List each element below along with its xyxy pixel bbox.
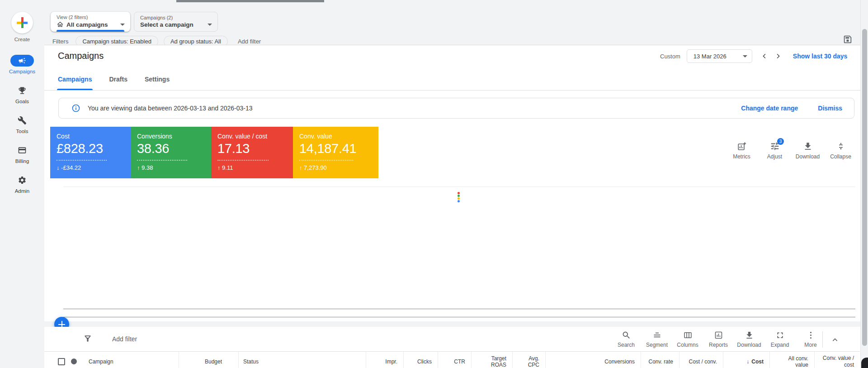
sidebar-item-admin[interactable]: Admin [10, 174, 34, 194]
horizontal-scrollbar-thumb[interactable] [176, 0, 324, 2]
bottom-right-corner-widget [861, 358, 868, 368]
sidebar-item-label: Billing [15, 158, 29, 164]
reports-button[interactable]: Reports [703, 330, 734, 348]
create-button[interactable]: Create [11, 12, 33, 42]
collapse-label: Collapse [830, 153, 851, 160]
scorecard-value: 14,187.41 [299, 141, 372, 156]
column-header-cost-conv[interactable]: Cost / conv. [679, 352, 723, 368]
campaign-selector[interactable]: Campaigns (2) Select a campaign [134, 12, 218, 32]
date-prev-button[interactable] [758, 49, 771, 63]
date-picker[interactable]: 13 Mar 2026 [687, 49, 752, 63]
campaign-selector-value: Select a campaign [140, 21, 193, 28]
column-header-ctr[interactable]: CTR [438, 352, 472, 368]
vertical-scrollbar-thumb[interactable] [862, 29, 867, 346]
more-label: More [804, 342, 816, 348]
column-header-status[interactable]: Status [239, 352, 366, 368]
chevron-down-icon [120, 24, 125, 26]
adjust-label: Adjust [767, 153, 782, 160]
chart-download-label: Download [796, 153, 820, 160]
scorecard-conversions[interactable]: Conversions 38.36 ↑ 9.38 [131, 127, 211, 178]
table-panel: Add filter Search Segment Columns [44, 327, 860, 368]
search-button[interactable]: Search [611, 330, 642, 348]
chart-download-button[interactable]: Download [791, 141, 824, 160]
scorecard-value: 38.36 [137, 141, 205, 156]
collapse-button[interactable]: Collapse [824, 141, 857, 160]
sidebar-item-billing[interactable]: Billing [10, 144, 34, 164]
date-controls: Custom 13 Mar 2026 Show last 30 days [660, 49, 847, 63]
columns-button[interactable]: Columns [672, 330, 703, 348]
expand-button[interactable]: Expand [764, 330, 795, 348]
column-header-conv-rate[interactable]: Conv. rate [641, 352, 679, 368]
save-icon[interactable] [841, 33, 854, 46]
segment-button[interactable]: Segment [642, 330, 672, 348]
table-header-row: Campaign Budget Status Impr. Clicks CTR … [44, 351, 860, 368]
download-icon [803, 141, 813, 151]
chart-point-blue [458, 200, 460, 202]
content-sheet: Campaigns Custom 13 Mar 2026 Show last 3… [44, 45, 860, 321]
table-add-filter[interactable]: Add filter [112, 335, 137, 343]
sidebar: Create Campaigns Goals Tools Billing [0, 0, 44, 368]
dismiss-link[interactable]: Dismiss [818, 105, 842, 112]
scorecard-label: Cost [57, 133, 124, 140]
scorecard-delta: ↑ 7,273.90 [299, 164, 372, 171]
sidebar-item-tools[interactable]: Tools [10, 115, 34, 134]
column-header-cost-sorted[interactable]: ↓ Cost [723, 352, 770, 368]
adjust-button[interactable]: 3 Adjust [758, 141, 791, 160]
chart-point-green [458, 195, 460, 197]
tab-campaigns[interactable]: Campaigns [58, 68, 92, 90]
select-all-checkbox[interactable] [58, 358, 65, 365]
date-next-button[interactable] [771, 49, 785, 63]
sidebar-item-goals[interactable]: Goals [10, 85, 34, 104]
megaphone-icon [18, 57, 26, 65]
sidebar-item-label: Admin [15, 188, 30, 194]
chevron-down-icon [743, 55, 747, 57]
column-header-target-roas[interactable]: Target ROAS [472, 352, 513, 368]
view-selector[interactable]: View (2 filters) All campaigns [51, 12, 130, 32]
credit-card-icon [18, 146, 27, 155]
sidebar-item-label: Campaigns [9, 69, 35, 74]
tab-drafts[interactable]: Drafts [109, 68, 127, 90]
table-download-button[interactable]: Download [734, 330, 764, 348]
scorecard-delta: ↓ -£34.22 [57, 164, 124, 171]
column-header-impr[interactable]: Impr. [366, 352, 404, 368]
column-header-campaign[interactable]: Campaign [44, 352, 179, 368]
scorecard-conv-value-cost[interactable]: Conv. value / cost 17.13 ↑ 9.11 [211, 127, 293, 178]
plus-arm-bottom [21, 23, 24, 28]
chart-axis-line [63, 317, 855, 317]
dotted-separator [217, 160, 269, 161]
tab-bar: Campaigns Drafts Settings [44, 68, 860, 91]
chart-actions: Metrics 3 Adjust Download Collapse [725, 141, 857, 160]
collapse-toolbar-chevron[interactable] [828, 333, 842, 347]
column-header-conv-value-cost[interactable]: Conv. value / cost [815, 352, 860, 368]
metrics-button[interactable]: Metrics [725, 141, 758, 160]
scorecard-conv-value[interactable]: Conv. value 14,187.41 ↑ 7,273.90 [293, 127, 378, 178]
column-header-all-conv-value[interactable]: All conv. value [770, 352, 815, 368]
show-last-30-days-link[interactable]: Show last 30 days [793, 53, 848, 60]
scorecard-cost[interactable]: Cost £828.23 ↓ -£34.22 [50, 127, 131, 178]
date-picker-value: 13 Mar 2026 [693, 53, 726, 60]
expand-icon [775, 330, 785, 340]
columns-label: Columns [677, 342, 698, 348]
column-header-budget[interactable]: Budget [179, 352, 239, 368]
tab-settings[interactable]: Settings [145, 68, 170, 90]
date-info-banner: You are viewing data between 2026-03-13 … [58, 98, 854, 119]
add-filter-link[interactable]: Add filter [238, 38, 261, 45]
change-date-range-link[interactable]: Change date range [741, 105, 798, 112]
more-button[interactable]: More [795, 330, 826, 348]
google-plus-icon [11, 12, 33, 33]
column-header-conversions[interactable]: Conversions [546, 352, 641, 368]
scorecard-delta: ↑ 9.11 [217, 164, 287, 171]
scorecard-value: 17.13 [217, 141, 287, 156]
column-header-avg-cpc[interactable]: Avg. CPC [513, 352, 546, 368]
dotted-separator [57, 160, 107, 161]
banner-message: You are viewing data between 2026-03-13 … [88, 105, 253, 112]
sidebar-item-campaigns[interactable]: Campaigns [9, 55, 35, 74]
top-filter-band: View (2 filters) All campaigns Campaigns… [44, 0, 860, 45]
date-mode-label: Custom [660, 53, 680, 60]
column-header-clicks[interactable]: Clicks [404, 352, 438, 368]
tools-icon [18, 116, 27, 125]
scorecard-label: Conversions [137, 133, 205, 140]
segment-icon [652, 330, 662, 340]
plus-arm-top [21, 17, 24, 23]
filter-funnel-icon[interactable] [81, 332, 94, 345]
